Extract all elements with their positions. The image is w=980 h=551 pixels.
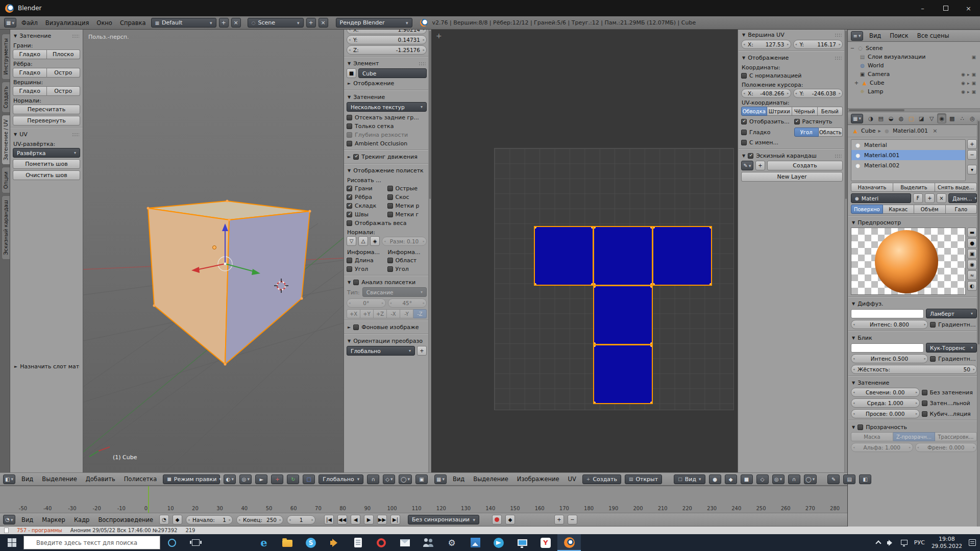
current-frame-playhead[interactable] <box>148 486 149 513</box>
uv-select-face-toggle[interactable]: ■ <box>741 474 753 484</box>
uv-view-dropdown[interactable]: □Вид▾ <box>674 474 705 484</box>
axis-plus-z-button[interactable]: +Z <box>374 309 387 318</box>
panel-header-background-images[interactable]: ►Фоновые изображе <box>347 322 427 332</box>
uv-face-quad[interactable] <box>593 226 653 286</box>
viewport-3d[interactable]: Польз.-персп. (1) Cube <box>83 30 344 472</box>
display-faces-checkbox[interactable]: Отобразить... <box>741 117 790 126</box>
next-keyframe-button[interactable]: ▶▶ <box>377 515 387 524</box>
panel-grip[interactable] <box>835 56 842 60</box>
edge-mode-black-button[interactable]: Чёрный <box>792 107 818 116</box>
opengl-render-button[interactable]: ▣ <box>415 474 428 484</box>
taskbar-app-yandex[interactable]: Y <box>534 534 557 551</box>
proportional-edit-button[interactable]: ◯▾ <box>399 474 412 484</box>
panel-grip[interactable] <box>835 154 842 158</box>
taskbar-app-blender-active[interactable] <box>557 534 581 551</box>
manipulator-toggle[interactable]: ► <box>255 474 267 484</box>
tab-world[interactable]: ◍ <box>897 113 906 123</box>
cubic-interpolation-checkbox[interactable]: Кубич...ляция <box>922 410 977 418</box>
panel-header-display[interactable]: ▼Отображение <box>741 53 843 63</box>
select-button[interactable]: Выделить <box>893 183 935 192</box>
taskbar-app-telegram[interactable] <box>487 534 510 551</box>
edge-length-checkbox[interactable]: Длина <box>347 256 386 265</box>
close-button[interactable]: × <box>957 0 980 16</box>
verts-sharp-button[interactable]: Остро <box>47 86 81 96</box>
tangent-shading-checkbox[interactable]: Затен...льной <box>922 399 977 408</box>
slot-specials-button[interactable]: ▾ <box>967 165 977 174</box>
maximize-button[interactable] <box>934 0 957 16</box>
menu-render[interactable]: Визуализация <box>43 19 92 27</box>
tab-render-layers[interactable]: ▤ <box>876 113 886 123</box>
uv-image-editor[interactable]: + <box>431 30 738 472</box>
specular-shader-dropdown[interactable]: Кук-Торренс▾ <box>926 343 977 353</box>
specular-intensity-slider[interactable]: Интенс 0.500 <box>851 354 928 363</box>
network-icon[interactable] <box>901 540 908 545</box>
render-toggle-icon[interactable]: ▣ <box>971 89 976 94</box>
analysis-max-field[interactable]: 45° <box>388 298 427 308</box>
transparency-mask-button[interactable]: Маска <box>851 432 893 441</box>
show-weights-checkbox[interactable]: Отображать веса <box>347 219 427 228</box>
viewport-shading-button[interactable]: ◐▾ <box>224 474 236 484</box>
tab-scene[interactable]: ◒ <box>887 113 896 123</box>
render-engine-selector[interactable]: Рендер Blender▾ <box>336 18 412 28</box>
minimize-button[interactable]: – <box>911 0 934 16</box>
emit-field[interactable]: Свечени: 0.00 <box>851 388 920 397</box>
tab-modifiers[interactable]: ◪ <box>917 113 926 123</box>
cube-mesh[interactable] <box>148 201 310 364</box>
edge-mode-outline-button[interactable]: Обводка <box>741 107 767 116</box>
diffuse-color-swatch[interactable] <box>851 309 924 318</box>
ambient-occlusion-checkbox[interactable]: Ambient Occlusion <box>347 139 427 148</box>
cursor-y-field[interactable]: Y:-246.038 <box>793 89 843 98</box>
draw-creases-checkbox[interactable]: Складк <box>347 202 386 210</box>
tab-create[interactable]: Создать <box>2 82 10 113</box>
panel-header-grease-pencil[interactable]: ▼Эскизный карандаш <box>741 151 843 161</box>
outliner-row-cube[interactable]: + ▲ Cube ◉▸▣ <box>850 79 978 87</box>
auto-keyframe-toggle[interactable] <box>492 515 502 524</box>
cortana-button[interactable] <box>160 534 184 551</box>
verts-smooth-button[interactable]: Гладко <box>13 86 47 96</box>
tab-object[interactable]: □ <box>907 113 916 123</box>
fresnel-field[interactable]: Френе: 0.000 <box>915 443 977 452</box>
draw-sharp-checkbox[interactable]: Острые <box>387 184 427 193</box>
recalculate-normals-button[interactable]: Пересчитать <box>13 105 80 114</box>
editor-type-button[interactable]: ▦▾ <box>434 474 447 484</box>
panel-header-item[interactable]: ▼Элемент <box>347 58 427 68</box>
editor-type-button[interactable]: ▦▾ <box>4 18 16 28</box>
uv-face-quad[interactable] <box>593 344 653 404</box>
scrollbar-thumb[interactable] <box>849 109 904 111</box>
tab-particles[interactable]: ∴ <box>958 113 967 123</box>
face-normals-toggle[interactable]: ◈ <box>370 236 380 246</box>
panel-grip[interactable] <box>835 33 842 37</box>
menu-select[interactable]: Выделение <box>471 475 511 483</box>
edge-angle-checkbox[interactable]: Угол <box>347 265 386 273</box>
edge-mode-dash-button[interactable]: Штрихи <box>767 107 793 116</box>
panel-header-preview[interactable]: ▼Предпросмотр <box>851 217 977 228</box>
preview-range-toggle[interactable]: ◔ <box>159 515 169 524</box>
uv-select-edge-toggle[interactable]: ◆ <box>725 474 737 484</box>
hide-toggle-icon[interactable]: ◉ <box>961 89 965 94</box>
preview-sphere-button[interactable]: ● <box>967 238 977 248</box>
transform-orientation-selector[interactable]: Глобально▾ <box>318 474 363 484</box>
panel-header-specular[interactable]: ▼Блик <box>851 333 977 343</box>
face-angle-checkbox[interactable]: Угол <box>387 265 427 273</box>
taskbar-app-mail[interactable] <box>393 534 416 551</box>
panel-header-transparency[interactable]: ▼Прозрачность <box>851 422 977 432</box>
menu-view[interactable]: Вид <box>19 475 36 483</box>
mark-seam-button[interactable]: Пометить шов <box>13 159 80 169</box>
menu-view[interactable]: Вид <box>450 475 467 483</box>
taskbar-app-people[interactable] <box>416 534 440 551</box>
uv-vertex-y-field[interactable]: Y:116.17 <box>793 40 843 49</box>
axis-minus-z-button[interactable]: -Z <box>413 309 427 318</box>
type-halo-button[interactable]: Гало <box>946 205 977 214</box>
scrollbar-thumb[interactable] <box>429 31 431 199</box>
uv-face-quad[interactable] <box>534 226 594 286</box>
menu-uvs[interactable]: UV <box>566 475 579 483</box>
alpha-field[interactable]: Альфа: 1.000 <box>851 443 913 452</box>
render-toggle-icon[interactable]: ▣ <box>971 81 976 86</box>
expander-icon[interactable]: + <box>854 80 859 86</box>
backface-culling-checkbox[interactable]: Отсекать задние гр... <box>347 113 427 122</box>
menu-file[interactable]: Файл <box>19 19 40 27</box>
delete-keyframe-button[interactable]: − <box>568 515 577 524</box>
action-center-icon[interactable] <box>969 539 976 546</box>
normalized-checkbox[interactable]: С нормализацией <box>741 71 843 80</box>
taskbar-search-input[interactable] <box>23 536 160 549</box>
